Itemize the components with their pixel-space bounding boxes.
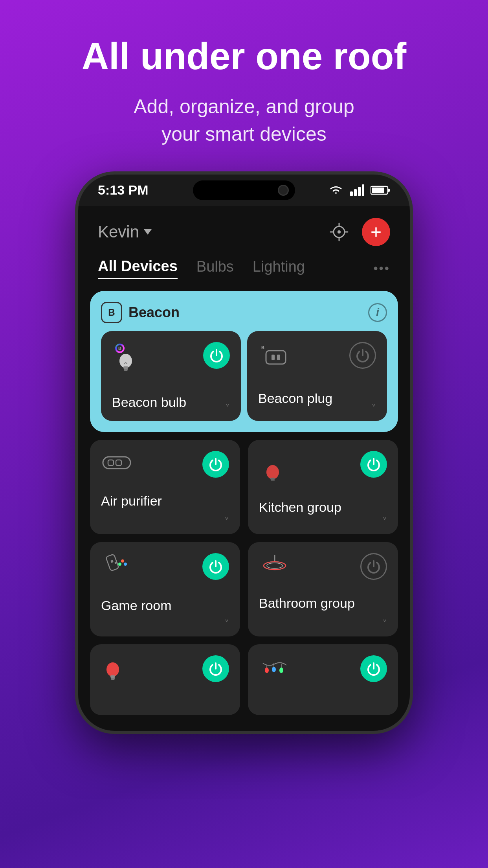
- svg-point-35: [118, 563, 121, 566]
- device-card-row: B: [112, 342, 230, 375]
- svg-rect-24: [103, 457, 130, 469]
- card-row: [101, 655, 229, 684]
- beacon-logo-icon: B: [101, 302, 122, 323]
- device-card-beacon-plug[interactable]: B: [247, 331, 387, 421]
- card-row: [101, 553, 229, 582]
- svg-rect-21: [266, 351, 286, 364]
- svg-point-15: [119, 354, 132, 368]
- device-card-kitchen-group[interactable]: Kitchen group ˅: [248, 440, 398, 534]
- bulb-icon: B: [112, 342, 139, 375]
- device-card-game-room[interactable]: Game room ˅: [90, 542, 240, 636]
- tab-lighting[interactable]: Lighting: [253, 258, 305, 278]
- signal-icon: [350, 184, 364, 196]
- info-button[interactable]: i: [368, 303, 387, 322]
- svg-rect-42: [111, 678, 115, 680]
- chevron-down-icon: [144, 229, 152, 235]
- card-row: [259, 451, 387, 484]
- device-card-bathroom-group[interactable]: Bathroom group ˅: [248, 542, 398, 636]
- user-name-label: Kevin: [98, 223, 139, 241]
- svg-point-40: [106, 662, 119, 677]
- bathroom-group-icon: [259, 553, 290, 578]
- svg-rect-5: [388, 189, 390, 192]
- card-row: [101, 451, 229, 478]
- battery-icon: [371, 185, 390, 195]
- card-row: [259, 655, 387, 684]
- expand-icon[interactable]: ˅: [224, 618, 229, 629]
- power-button-on[interactable]: [202, 553, 229, 580]
- svg-point-8: [338, 230, 341, 234]
- svg-point-34: [124, 563, 127, 566]
- svg-rect-23: [277, 355, 280, 360]
- notch: [193, 180, 295, 200]
- tab-more[interactable]: •••: [373, 261, 390, 276]
- device-card-air-purifier[interactable]: Air purifier ˅: [90, 440, 240, 534]
- svg-rect-41: [110, 675, 115, 678]
- svg-rect-30: [106, 554, 119, 571]
- device-card-beacon-bulb[interactable]: B: [101, 331, 241, 421]
- svg-point-46: [272, 667, 276, 672]
- expand-icon[interactable]: ˅: [371, 403, 376, 414]
- svg-point-27: [266, 465, 279, 479]
- svg-point-38: [267, 563, 283, 568]
- power-button-off[interactable]: [349, 342, 376, 369]
- power-button-off[interactable]: [360, 553, 387, 580]
- game-room-icon: [101, 553, 132, 582]
- status-bar: 5:13 PM: [78, 175, 410, 206]
- svg-text:B: B: [118, 346, 121, 351]
- status-icons: [328, 184, 390, 196]
- device-name-beacon-plug: Beacon plug: [258, 391, 376, 406]
- power-button-on[interactable]: [202, 655, 229, 682]
- svg-rect-6: [372, 188, 384, 193]
- header-actions: +: [326, 218, 390, 246]
- expand-icon[interactable]: ˅: [382, 618, 387, 629]
- beacon-group: B Beacon i: [90, 291, 398, 432]
- svg-rect-31: [110, 560, 114, 563]
- svg-rect-22: [272, 355, 275, 360]
- tab-all-devices[interactable]: All Devices: [98, 258, 178, 279]
- kitchen-group-icon: [259, 451, 286, 484]
- svg-rect-25: [108, 460, 114, 465]
- expand-icon[interactable]: ˅: [225, 403, 230, 414]
- device-card-string-lights[interactable]: [248, 644, 398, 715]
- power-button-on[interactable]: [203, 342, 230, 369]
- device-name-air-purifier: Air purifier: [101, 493, 229, 509]
- svg-rect-2: [358, 187, 361, 196]
- hero-subtitle: Add, organize, and groupyour smart devic…: [134, 93, 354, 148]
- device-name-bathroom-group: Bathroom group: [259, 596, 387, 611]
- expand-icon[interactable]: ˅: [224, 516, 229, 527]
- tab-bulbs[interactable]: Bulbs: [196, 258, 234, 278]
- plug-icon: B: [258, 342, 290, 371]
- devices-container: B Beacon i: [78, 287, 410, 731]
- app-header: Kevin +: [78, 206, 410, 254]
- beacon-devices-grid: B: [101, 331, 387, 421]
- device-name-game-room: Game room: [101, 598, 229, 613]
- phone-frame: 5:13 PM: [75, 171, 413, 734]
- beacon-group-header: B Beacon i: [101, 302, 387, 323]
- svg-rect-17: [124, 369, 128, 371]
- svg-point-48: [279, 668, 283, 673]
- air-purifier-icon: [101, 451, 132, 476]
- add-button[interactable]: +: [362, 218, 390, 246]
- power-button-on[interactable]: [202, 451, 229, 478]
- tab-bar: All Devices Bulbs Lighting •••: [78, 254, 410, 287]
- svg-rect-26: [116, 460, 121, 465]
- expand-icon[interactable]: ˅: [382, 516, 387, 527]
- power-button-on[interactable]: [360, 451, 387, 478]
- hero-title: All under one roof: [82, 35, 407, 77]
- device-name-kitchen-group: Kitchen group: [259, 500, 387, 515]
- scan-button[interactable]: [326, 219, 352, 245]
- time-display: 5:13 PM: [98, 182, 149, 198]
- power-button-on[interactable]: [360, 655, 387, 682]
- svg-rect-16: [123, 366, 128, 369]
- svg-rect-0: [350, 191, 353, 196]
- svg-rect-29: [271, 480, 275, 481]
- card-row: [259, 553, 387, 580]
- user-selector[interactable]: Kevin: [98, 223, 152, 241]
- svg-point-44: [265, 668, 269, 673]
- svg-rect-3: [362, 184, 364, 196]
- device-name-beacon-bulb: Beacon bulb: [112, 395, 230, 410]
- svg-point-33: [121, 559, 124, 563]
- string-lights-icon: [259, 655, 290, 684]
- svg-rect-28: [270, 478, 275, 480]
- device-card-color-bulb[interactable]: [90, 644, 240, 715]
